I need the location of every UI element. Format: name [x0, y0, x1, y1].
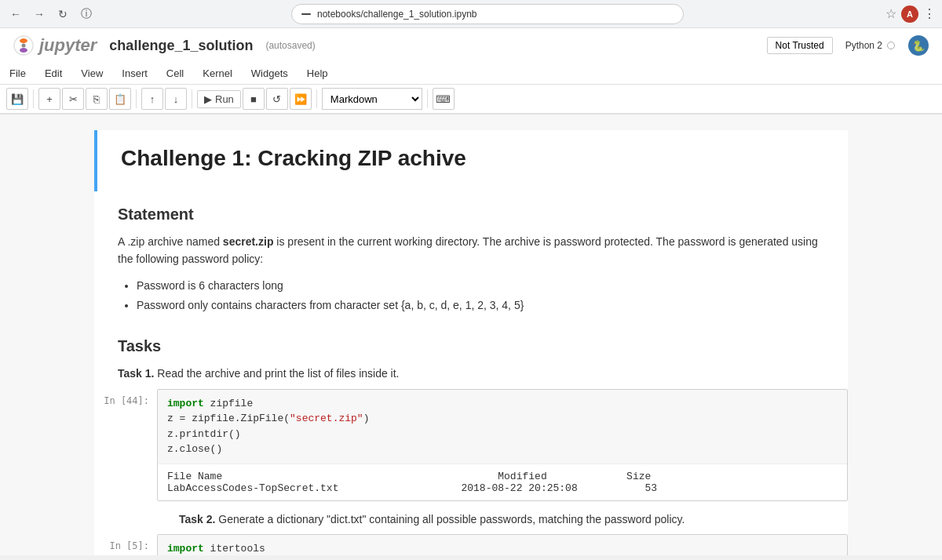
- run-button[interactable]: ▶ Run: [197, 90, 241, 108]
- task1-paragraph: Task 1. Read the archive and print the l…: [118, 365, 824, 382]
- statement-paragraph: A .zip archive named secret.zip is prese…: [118, 233, 824, 268]
- menu-widgets[interactable]: Widgets: [242, 64, 298, 82]
- kernel-label: Python 2: [845, 40, 895, 51]
- stop-button[interactable]: ■: [243, 88, 265, 110]
- python-icon: 🐍: [907, 35, 929, 56]
- jupyter-logo-icon: [13, 35, 35, 56]
- notebook-inner: Challenge 1: Cracking ZIP achive Stateme…: [94, 130, 848, 555]
- restart-button[interactable]: ↺: [266, 88, 288, 110]
- run-icon: ▶: [204, 93, 212, 105]
- menu-bar: File Edit View Insert Cell Kernel Widget…: [0, 63, 942, 85]
- menu-insert[interactable]: Insert: [112, 64, 157, 82]
- move-down-button[interactable]: ↓: [165, 88, 187, 110]
- save-button[interactable]: 💾: [6, 88, 28, 110]
- menu-edit[interactable]: Edit: [35, 64, 71, 82]
- menu-kernel[interactable]: Kernel: [193, 64, 242, 82]
- cell2-prompt: In [5]:: [94, 534, 157, 555]
- task2-section: Task 2. Generate a dictionary "dict.txt"…: [94, 507, 848, 528]
- autosaved-label: (autosaved): [265, 40, 315, 51]
- cell1-output: File Name Modified Size LabAccessCodes-T…: [158, 464, 847, 500]
- separator-4: [316, 89, 317, 108]
- notebook-title: Challenge 1: Cracking ZIP achive: [121, 146, 824, 171]
- bookmark-button[interactable]: ☆: [885, 6, 896, 21]
- info-button[interactable]: ⓘ: [77, 5, 96, 24]
- svg-point-2: [22, 44, 26, 48]
- back-button[interactable]: ←: [6, 5, 25, 24]
- menu-cell[interactable]: Cell: [157, 64, 193, 82]
- refresh-button[interactable]: ↻: [53, 5, 72, 24]
- jupyter-header: jupyter challenge_1_solution (autosaved)…: [0, 28, 942, 115]
- cell-type-select[interactable]: Markdown Code Raw NBConvert Heading: [322, 88, 422, 110]
- kernel-name: Python 2: [845, 40, 882, 51]
- tasks-section: Tasks Task 1. Read the archive and print…: [94, 323, 848, 382]
- task1-label: Task 1.: [118, 367, 154, 380]
- trust-button[interactable]: Not Trusted: [767, 37, 833, 54]
- code-cell-2: In [5]: import itertools alphabets = ['a…: [94, 534, 848, 555]
- statement-section: Statement A .zip archive named secret.zi…: [94, 191, 848, 315]
- jupyter-title-bar: jupyter challenge_1_solution (autosaved)…: [0, 28, 942, 63]
- address-text: notebooks/challenge_1_solution.ipynb: [317, 9, 674, 20]
- kernel-status-indicator: [887, 42, 895, 49]
- task2-text: Generate a dictionary "dict.txt" contain…: [218, 513, 685, 525]
- task1-text: Read the archive and print the list of f…: [157, 367, 399, 380]
- address-protocol: [301, 13, 311, 15]
- cell1-prompt: In [44]:: [94, 389, 157, 501]
- menu-help[interactable]: Help: [298, 64, 338, 82]
- statement-heading: Statement: [118, 205, 824, 224]
- menu-file[interactable]: File: [0, 64, 35, 82]
- cell2-code[interactable]: import itertools alphabets = ['a', 'b', …: [158, 535, 847, 555]
- add-cell-button[interactable]: +: [38, 88, 60, 110]
- jupyter-logo-text: jupyter: [39, 35, 97, 56]
- copy-button[interactable]: ⎘: [86, 88, 108, 110]
- separator-1: [33, 89, 34, 108]
- jupyter-logo: jupyter: [13, 35, 97, 56]
- policy-item-1: Password is 6 characters long: [137, 276, 824, 296]
- menu-view[interactable]: View: [71, 64, 112, 82]
- restart-run-button[interactable]: ⏩: [290, 88, 312, 110]
- toolbar: 💾 + ✂ ⎘ 📋 ↑ ↓ ▶ Run ■ ↺ ⏩ Markdown Code …: [0, 85, 942, 114]
- tasks-heading: Tasks: [118, 337, 824, 355]
- forward-button[interactable]: →: [30, 5, 49, 24]
- move-up-button[interactable]: ↑: [141, 88, 163, 110]
- cell2-input[interactable]: import itertools alphabets = ['a', 'b', …: [157, 534, 848, 555]
- cell1-input-output[interactable]: import zipfile z = zipfile.ZipFile("secr…: [157, 389, 848, 501]
- browser-bar: ← → ↻ ⓘ notebooks/challenge_1_solution.i…: [0, 0, 942, 28]
- browser-menu-button[interactable]: ⋮: [923, 6, 936, 21]
- svg-text:🐍: 🐍: [912, 39, 926, 53]
- run-label: Run: [215, 93, 234, 105]
- task2-label: Task 2.: [179, 513, 215, 525]
- svg-point-1: [20, 38, 27, 43]
- profile-icon[interactable]: A: [901, 5, 918, 23]
- policy-item-2: Password only contains characters from c…: [137, 296, 824, 315]
- notebook-name[interactable]: challenge_1_solution: [109, 38, 253, 54]
- title-cell: Challenge 1: Cracking ZIP achive: [94, 130, 848, 191]
- notebook-content: Challenge 1: Cracking ZIP achive Stateme…: [0, 115, 942, 555]
- task2-paragraph: Task 2. Generate a dictionary "dict.txt"…: [179, 511, 824, 528]
- svg-point-3: [20, 48, 27, 53]
- separator-5: [427, 89, 428, 108]
- separator-2: [136, 89, 137, 108]
- secret-zip-bold: secret.zip: [223, 235, 274, 248]
- separator-3: [192, 89, 192, 108]
- keyboard-shortcuts-button[interactable]: ⌨: [433, 88, 455, 110]
- code-cell-1: In [44]: import zipfile z = zipfile.ZipF…: [94, 389, 848, 501]
- paste-button[interactable]: 📋: [109, 88, 131, 110]
- password-policy-list: Password is 6 characters long Password o…: [137, 276, 824, 315]
- cut-button[interactable]: ✂: [62, 88, 84, 110]
- cell1-code[interactable]: import zipfile z = zipfile.ZipFile("secr…: [158, 390, 847, 464]
